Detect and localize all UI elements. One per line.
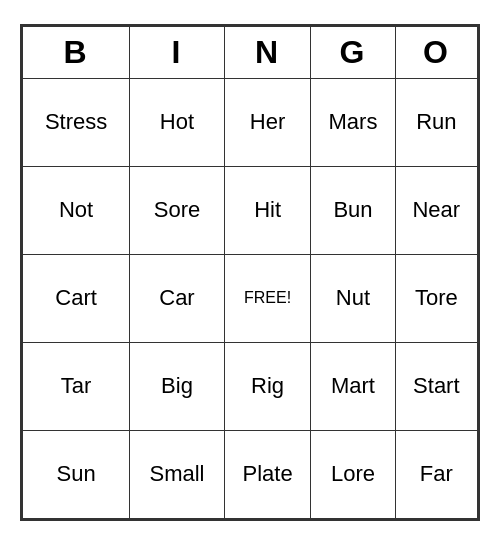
- header-b: B: [23, 26, 130, 78]
- table-row: StressHotHerMarsRun: [23, 78, 478, 166]
- header-i: I: [130, 26, 225, 78]
- table-row: CartCarFREE!NutTore: [23, 254, 478, 342]
- cell-r4-c1: Small: [130, 430, 225, 518]
- cell-r1-c1: Sore: [130, 166, 225, 254]
- cell-r3-c3: Mart: [311, 342, 395, 430]
- cell-r0-c3: Mars: [311, 78, 395, 166]
- header-row: B I N G O: [23, 26, 478, 78]
- cell-r4-c4: Far: [395, 430, 477, 518]
- cell-r2-c3: Nut: [311, 254, 395, 342]
- cell-r3-c4: Start: [395, 342, 477, 430]
- table-row: SunSmallPlateLoreFar: [23, 430, 478, 518]
- cell-r1-c0: Not: [23, 166, 130, 254]
- header-n: N: [224, 26, 310, 78]
- cell-r3-c1: Big: [130, 342, 225, 430]
- header-o: O: [395, 26, 477, 78]
- table-row: NotSoreHitBunNear: [23, 166, 478, 254]
- bingo-card: B I N G O StressHotHerMarsRunNotSoreHitB…: [20, 24, 480, 521]
- cell-r0-c4: Run: [395, 78, 477, 166]
- table-row: TarBigRigMartStart: [23, 342, 478, 430]
- header-g: G: [311, 26, 395, 78]
- cell-r2-c1: Car: [130, 254, 225, 342]
- cell-r4-c0: Sun: [23, 430, 130, 518]
- cell-r1-c2: Hit: [224, 166, 310, 254]
- cell-r3-c0: Tar: [23, 342, 130, 430]
- cell-r0-c0: Stress: [23, 78, 130, 166]
- cell-r0-c2: Her: [224, 78, 310, 166]
- cell-r0-c1: Hot: [130, 78, 225, 166]
- cell-r1-c4: Near: [395, 166, 477, 254]
- cell-r3-c2: Rig: [224, 342, 310, 430]
- cell-r4-c2: Plate: [224, 430, 310, 518]
- cell-r1-c3: Bun: [311, 166, 395, 254]
- cell-r2-c0: Cart: [23, 254, 130, 342]
- cell-r2-c4: Tore: [395, 254, 477, 342]
- cell-r4-c3: Lore: [311, 430, 395, 518]
- cell-r2-c2: FREE!: [224, 254, 310, 342]
